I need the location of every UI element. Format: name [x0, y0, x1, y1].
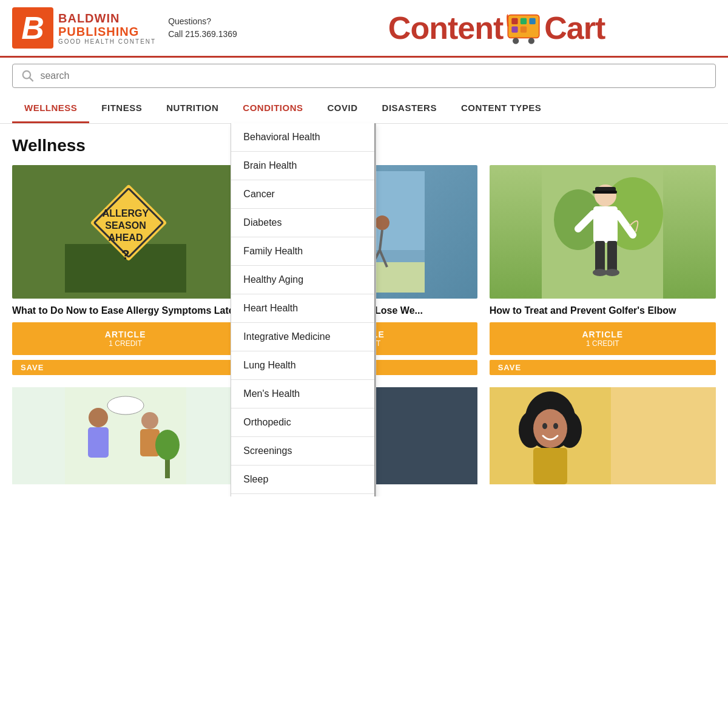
card-btn-golfer[interactable]: ARTICLE 1 CREDIT	[490, 322, 716, 355]
logo-letter: B	[12, 7, 53, 49]
cart-icon	[505, 10, 542, 46]
card-row2-3	[490, 387, 716, 484]
dd-item-behavioral-health[interactable]: Behavioral Health	[231, 123, 376, 152]
nav-item-content-types[interactable]: CONTENT TYPES	[449, 94, 553, 123]
search-bar	[12, 64, 716, 88]
dd-item-orthopedic[interactable]: Orthopedic	[231, 408, 376, 437]
card-image-row2-3	[490, 387, 716, 484]
brand-center: Content Cart	[277, 10, 716, 46]
contact-line1: Questions?	[168, 15, 265, 28]
dd-item-brain-health[interactable]: Brain Health	[231, 152, 376, 180]
dd-item-cancer[interactable]: Cancer	[231, 180, 376, 209]
woman-svg	[490, 387, 611, 484]
golfer-svg	[542, 165, 663, 299]
svg-point-45	[89, 408, 108, 427]
logo-area: B BALDWIN PUBLISHING GOOD HEALTH CONTENT	[12, 7, 156, 49]
illustration-bg	[12, 387, 238, 484]
dd-item-screenings[interactable]: Screenings	[231, 437, 376, 466]
svg-text:ALLERGY: ALLERGY	[102, 208, 149, 218]
svg-rect-5	[521, 26, 527, 32]
svg-point-68	[553, 423, 558, 429]
card-btn-sub-golfer: 1 CREDIT	[497, 339, 709, 348]
allergy-sign-svg: ALLERGY SEASON AHEAD ?	[65, 171, 186, 293]
save-button-allergy[interactable]: SAVE	[12, 360, 238, 375]
svg-point-66	[533, 409, 567, 448]
golfer-image-bg	[490, 165, 716, 299]
svg-point-6	[513, 38, 519, 44]
card-image-allergy: ALLERGY SEASON AHEAD ?	[12, 165, 238, 299]
dd-item-healthy-aging[interactable]: Healthy Aging	[231, 266, 376, 294]
dd-item-mens-health[interactable]: Men's Health	[231, 380, 376, 408]
allergy-image-bg: ALLERGY SEASON AHEAD ?	[12, 165, 238, 299]
card-image-golfer	[490, 165, 716, 299]
svg-rect-69	[533, 448, 567, 484]
svg-rect-4	[512, 26, 518, 32]
dd-item-heart-health[interactable]: Heart Health	[231, 294, 376, 323]
nav: WELLNESS FITNESS NUTRITION CONDITIONS Be…	[0, 94, 728, 124]
svg-point-27	[375, 215, 389, 230]
logo-line1: BALDWIN	[58, 12, 156, 25]
dd-item-sleep[interactable]: Sleep	[231, 466, 376, 494]
logo-line2: PUBLISHING	[58, 25, 156, 38]
nav-item-disasters[interactable]: DISASTERS	[370, 94, 449, 123]
svg-rect-41	[607, 241, 617, 271]
dd-item-lung-health[interactable]: Lung Health	[231, 351, 376, 380]
svg-rect-37	[593, 206, 618, 243]
nav-item-nutrition[interactable]: NUTRITION	[154, 94, 231, 123]
conditions-dropdown-container: CONDITIONS Behavioral Health Brain Healt…	[231, 94, 315, 123]
header: B BALDWIN PUBLISHING GOOD HEALTH CONTENT…	[0, 0, 728, 58]
svg-point-51	[155, 430, 180, 460]
woman-bg	[490, 387, 716, 484]
card-row2-1	[12, 387, 238, 484]
svg-rect-36	[593, 191, 617, 194]
illustration-svg	[65, 387, 186, 484]
card-btn-main-golfer: ARTICLE	[497, 330, 709, 339]
contact-line2: Call 215.369.1369	[168, 28, 265, 41]
search-icon	[21, 69, 34, 83]
contact-info: Questions? Call 215.369.1369	[168, 15, 265, 41]
svg-point-7	[528, 38, 534, 44]
card-btn-sub-allergy: 1 CREDIT	[19, 339, 231, 348]
svg-text:?: ?	[121, 247, 129, 262]
svg-rect-3	[530, 18, 536, 24]
svg-point-67	[542, 423, 547, 429]
save-button-golfer[interactable]: SAVE	[490, 360, 716, 375]
nav-item-wellness[interactable]: WELLNESS	[12, 94, 89, 123]
svg-text:SEASON: SEASON	[105, 220, 146, 231]
svg-rect-46	[88, 427, 109, 458]
svg-rect-1	[512, 18, 518, 24]
logo-text: BALDWIN PUBLISHING GOOD HEALTH CONTENT	[58, 12, 156, 45]
card-image-row2-1	[12, 387, 238, 484]
card-btn-main-allergy: ARTICLE	[19, 330, 231, 339]
brand-part2: Cart	[544, 10, 605, 46]
dd-item-integrative-medicine[interactable]: Integrative Medicine	[231, 323, 376, 351]
nav-item-fitness[interactable]: FITNESS	[89, 94, 154, 123]
nav-item-conditions[interactable]: CONDITIONS	[231, 94, 315, 123]
svg-point-47	[141, 412, 158, 429]
card-title-golfer: How to Treat and Prevent Golfer's Elbow	[490, 305, 716, 317]
card-allergy: ALLERGY SEASON AHEAD ? What to Do Now to…	[12, 165, 238, 375]
dd-item-diabetes[interactable]: Diabetes	[231, 209, 376, 237]
svg-point-8	[23, 71, 30, 78]
dd-item-family-health[interactable]: Family Health	[231, 237, 376, 266]
svg-rect-40	[595, 241, 605, 271]
search-input[interactable]	[40, 70, 707, 81]
brand-part1: Content	[388, 10, 503, 46]
dd-item-smoking[interactable]: Smoking	[231, 494, 376, 496]
nav-item-covid[interactable]: COVID	[315, 94, 370, 123]
conditions-dropdown-menu: Behavioral Health Brain Health Cancer Di…	[231, 123, 376, 496]
svg-point-43	[605, 269, 619, 276]
svg-rect-2	[521, 18, 527, 24]
logo-line3: GOOD HEALTH CONTENT	[58, 38, 156, 45]
card-btn-allergy[interactable]: ARTICLE 1 CREDIT	[12, 322, 238, 355]
svg-text:AHEAD: AHEAD	[108, 232, 143, 243]
card-title-allergy: What to Do Now to Ease Allergy Symptoms …	[12, 305, 238, 317]
brand-title: Content Cart	[388, 10, 605, 46]
svg-point-49	[107, 396, 144, 415]
card-golfer: How to Treat and Prevent Golfer's Elbow …	[490, 165, 716, 375]
svg-line-9	[30, 78, 33, 81]
